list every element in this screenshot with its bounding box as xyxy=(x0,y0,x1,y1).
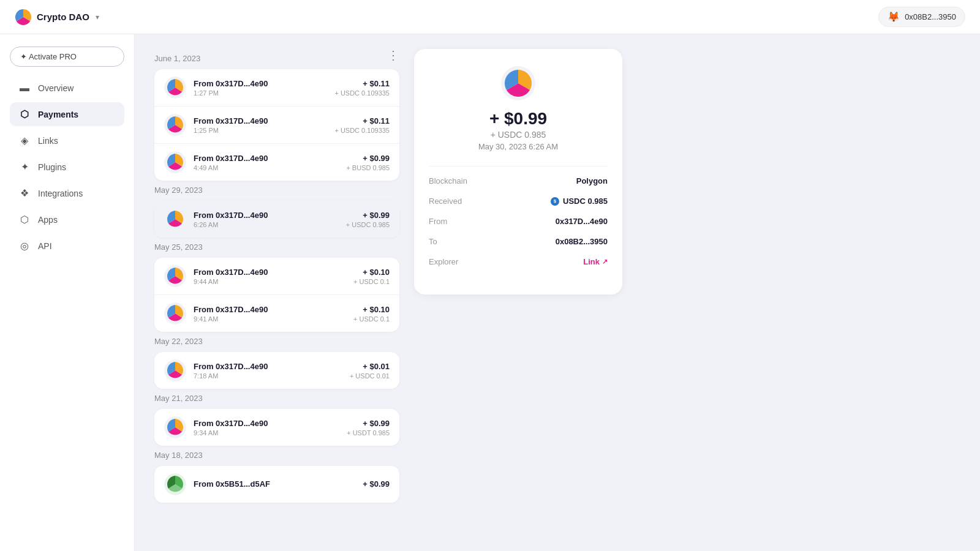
explorer-link-text: Link xyxy=(583,257,600,266)
date-label-3: May 22, 2023 xyxy=(154,337,399,346)
payment-info: From 0x317D...4e90 4:49 AM xyxy=(194,154,346,171)
sidebar-item-overview[interactable]: ▬ Overview xyxy=(10,77,124,100)
detail-amount: + $0.99 xyxy=(489,109,547,129)
payment-card-group-1: From 0x317D...4e90 6:26 AM + $0.99 + USD… xyxy=(154,201,399,238)
wallet-address: 0x08B2...3950 xyxy=(905,12,956,21)
payment-usd: + $0.99 xyxy=(346,154,390,163)
payment-item[interactable]: From 0x5B51...d5AF + $0.99 xyxy=(154,466,399,503)
sidebar-item-payments[interactable]: ⬡ Payments xyxy=(10,102,124,126)
payment-item[interactable]: From 0x317D...4e90 1:25 PM + $0.11 + USD… xyxy=(154,107,399,144)
api-icon: ◎ xyxy=(18,240,31,252)
explorer-link[interactable]: Link ↗ xyxy=(583,257,608,266)
main-layout: ✦ Activate PRO ▬ Overview ⬡ Payments ◈ L… xyxy=(0,34,980,551)
detail-row-blockchain: Blockchain Polygon xyxy=(429,176,608,186)
sidebar-item-plugins[interactable]: ✦ Plugins xyxy=(10,155,124,179)
payment-token: + USDC 0.985 xyxy=(346,221,390,228)
payment-card-group-5: From 0x5B51...d5AF + $0.99 xyxy=(154,466,399,503)
dropdown-arrow-icon[interactable]: ▾ xyxy=(96,13,99,21)
payment-item-selected[interactable]: From 0x317D...4e90 6:26 AM + $0.99 + USD… xyxy=(154,201,399,238)
payment-amount: + $0.11 + USDC 0.109335 xyxy=(334,79,390,97)
payment-info: From 0x317D...4e90 7:18 AM xyxy=(194,362,350,380)
payment-card-group-2: From 0x317D...4e90 9:44 AM + $0.10 + USD… xyxy=(154,258,399,332)
payment-info: From 0x317D...4e90 9:34 AM xyxy=(194,419,347,437)
payment-group-0: June 1, 2023 From 0x317D...4e90 1:27 PM … xyxy=(154,54,399,181)
payment-item[interactable]: From 0x317D...4e90 1:27 PM + $0.11 + USD… xyxy=(154,69,399,107)
sidebar-item-payments-label: Payments xyxy=(38,110,78,119)
payment-token: + USDC 0.1 xyxy=(353,278,390,285)
payment-usd: + $0.10 xyxy=(353,305,390,314)
received-label: Received xyxy=(429,197,462,206)
payment-item[interactable]: From 0x317D...4e90 9:34 AM + $0.99 + USD… xyxy=(154,409,399,446)
detail-row-received: Received $ USDC 0.985 xyxy=(429,197,608,206)
payment-item[interactable]: From 0x317D...4e90 9:41 AM + $0.10 + USD… xyxy=(154,295,399,332)
payment-item[interactable]: From 0x317D...4e90 7:18 AM + $0.01 + USD… xyxy=(154,352,399,389)
payment-time: 4:49 AM xyxy=(194,164,346,171)
avatar-5 xyxy=(164,302,186,324)
payment-card-group-0: From 0x317D...4e90 1:27 PM + $0.11 + USD… xyxy=(154,69,399,181)
payment-usd: + $0.99 xyxy=(363,479,390,489)
date-label-0: June 1, 2023 xyxy=(154,54,399,63)
topbar-left: Crypto DAO ▾ xyxy=(15,9,99,26)
payment-group-3: May 22, 2023 From 0x317D...4e90 7:18 AM … xyxy=(154,337,399,389)
payment-info: From 0x317D...4e90 9:41 AM xyxy=(194,305,353,323)
payment-time: 1:25 PM xyxy=(194,127,334,134)
payment-amount: + $0.99 + USDT 0.985 xyxy=(347,419,390,437)
payment-amount: + $0.11 + USDC 0.109335 xyxy=(334,116,390,134)
usdc-icon: $ xyxy=(551,197,559,206)
payment-usd: + $0.99 xyxy=(347,419,390,428)
payment-usd: + $0.99 xyxy=(346,211,390,220)
sidebar-item-overview-label: Overview xyxy=(38,83,74,93)
payment-item[interactable]: From 0x317D...4e90 9:44 AM + $0.10 + USD… xyxy=(154,258,399,295)
payment-usd: + $0.01 xyxy=(350,362,390,371)
avatar-1 xyxy=(164,114,186,136)
detail-header: + $0.99 + USDC 0.985 May 30, 2023 6:26 A… xyxy=(429,66,608,151)
payment-time: 7:18 AM xyxy=(194,372,350,380)
avatar-2 xyxy=(164,151,186,173)
avatar-0 xyxy=(164,77,186,99)
payment-from: From 0x317D...4e90 xyxy=(194,419,347,428)
payment-info: From 0x317D...4e90 6:26 AM xyxy=(194,211,346,228)
date-label-2: May 25, 2023 xyxy=(154,242,399,252)
from-value: 0x317D...4e90 xyxy=(556,217,608,226)
wallet-badge[interactable]: 🦊 0x08B2...3950 xyxy=(878,7,965,27)
detail-divider xyxy=(429,166,608,167)
sidebar-item-api[interactable]: ◎ API xyxy=(10,234,124,258)
sidebar: ✦ Activate PRO ▬ Overview ⬡ Payments ◈ L… xyxy=(0,34,135,551)
avatar-8 xyxy=(164,473,186,495)
detail-row-explorer: Explorer Link ↗ xyxy=(429,257,608,266)
detail-date: May 30, 2023 6:26 AM xyxy=(478,142,558,151)
detail-crypto-icon xyxy=(501,66,535,100)
payment-group-2: May 25, 2023 From 0x317D...4e90 9:44 AM … xyxy=(154,242,399,332)
detail-token: + USDC 0.985 xyxy=(491,130,546,140)
more-options-button[interactable]: ⋮ xyxy=(387,49,399,61)
payment-info: From 0x317D...4e90 1:25 PM xyxy=(194,116,334,134)
received-amount: USDC 0.985 xyxy=(563,197,608,206)
payment-group-4: May 21, 2023 From 0x317D...4e90 9:34 AM … xyxy=(154,394,399,446)
payment-group-5: May 18, 2023 From 0x5B51...d5AF + $0.99 xyxy=(154,451,399,503)
payment-from: From 0x317D...4e90 xyxy=(194,79,334,88)
integrations-icon: ❖ xyxy=(18,187,31,199)
payment-card-group-3: From 0x317D...4e90 7:18 AM + $0.01 + USD… xyxy=(154,352,399,389)
payment-amount: + $0.99 xyxy=(363,479,390,490)
payment-token: + USDC 0.109335 xyxy=(334,89,390,97)
overview-icon: ▬ xyxy=(18,83,31,94)
sidebar-item-integrations[interactable]: ❖ Integrations xyxy=(10,181,124,205)
payment-info: From 0x5B51...d5AF xyxy=(194,479,363,490)
activate-pro-button[interactable]: ✦ Activate PRO xyxy=(10,47,124,67)
sidebar-item-apps[interactable]: ⬡ Apps xyxy=(10,208,124,231)
avatar-6 xyxy=(164,359,186,381)
payment-info: From 0x317D...4e90 1:27 PM xyxy=(194,79,334,97)
payment-time: 9:34 AM xyxy=(194,429,347,437)
app-name: Crypto DAO xyxy=(37,12,89,22)
payment-from: From 0x5B51...d5AF xyxy=(194,479,363,489)
payment-from: From 0x317D...4e90 xyxy=(194,211,346,220)
sidebar-item-links-label: Links xyxy=(38,136,58,146)
avatar-3 xyxy=(164,208,186,230)
sidebar-item-links[interactable]: ◈ Links xyxy=(10,129,124,152)
payment-item[interactable]: From 0x317D...4e90 4:49 AM + $0.99 + BUS… xyxy=(154,144,399,181)
payment-usd: + $0.10 xyxy=(353,268,390,277)
sidebar-item-plugins-label: Plugins xyxy=(38,162,66,172)
payment-token: + USDC 0.1 xyxy=(353,315,390,323)
payment-usd: + $0.11 xyxy=(334,116,390,126)
date-label-1: May 29, 2023 xyxy=(154,186,399,195)
